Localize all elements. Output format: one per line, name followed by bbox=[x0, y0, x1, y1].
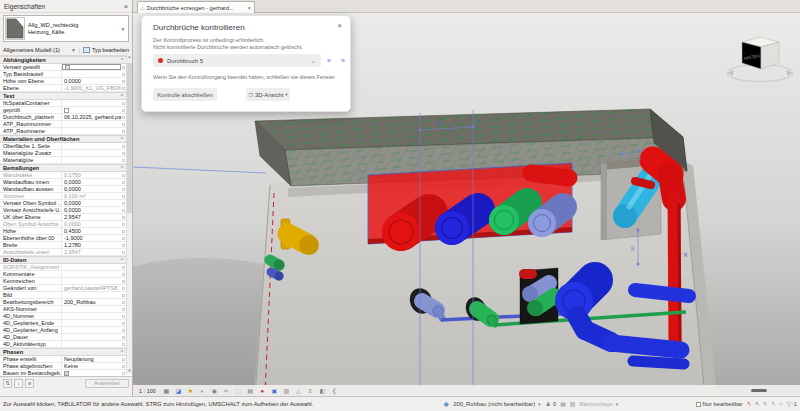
property-row[interactable]: UK über Ebene2,9547 bbox=[0, 214, 126, 221]
property-row[interactable]: ATP_Raumname bbox=[0, 128, 126, 135]
property-row[interactable]: SOFiSTiK_Assignment bbox=[0, 264, 126, 271]
property-row[interactable]: Materialgüte Zusatz bbox=[0, 150, 126, 157]
apply-button[interactable]: Anwenden bbox=[85, 379, 129, 388]
confirm-position-button[interactable]: Lage bestätigen bbox=[294, 88, 342, 101]
property-row[interactable]: Typ Basisbauteil bbox=[0, 71, 126, 78]
checkbox-icon[interactable] bbox=[65, 65, 70, 70]
property-row[interactable]: Phase abgebrochenKeine bbox=[0, 363, 126, 370]
filter-button[interactable]: ▽ :1 bbox=[787, 401, 797, 407]
filter-properties-icon[interactable]: ≡ bbox=[25, 379, 34, 388]
property-row[interactable]: 4D_Geplantes_Ende bbox=[0, 320, 126, 327]
scroll-down-icon[interactable]: ▼ bbox=[127, 367, 132, 374]
previous-button[interactable]: « bbox=[327, 57, 331, 64]
property-row[interactable]: Versatz gewollt bbox=[0, 64, 126, 71]
property-row[interactable]: Ansichtstiefe unten2,9547 bbox=[0, 249, 126, 256]
property-row[interactable]: Ebene-1,9000_K1_UG_FBOK bbox=[0, 85, 126, 92]
scrollbar-thumb[interactable] bbox=[127, 63, 132, 213]
panel-scrollbar[interactable]: ▲ ▼ bbox=[126, 53, 132, 374]
property-row[interactable]: Bearbeitungsbereich200_Rohbau bbox=[0, 299, 126, 306]
select-pinned-icon[interactable]: ↖ bbox=[763, 401, 768, 407]
section-header[interactable]: Bemaßungen^ bbox=[0, 164, 126, 172]
property-row[interactable]: Materialgüte bbox=[0, 157, 126, 164]
section-header[interactable]: ID-Daten^ bbox=[0, 256, 126, 264]
show-crop-icon[interactable]: ⬚ bbox=[234, 388, 243, 394]
property-row[interactable]: 4D_Dauer bbox=[0, 334, 126, 341]
pipe-red-horizontal[interactable] bbox=[531, 173, 569, 178]
constraints-icon[interactable]: ≡ bbox=[306, 388, 315, 394]
shadows-icon[interactable]: ◐ bbox=[198, 388, 207, 394]
property-row[interactable]: 4D_Nummer bbox=[0, 313, 126, 320]
category-select[interactable]: Allgemeines Modell (1) bbox=[3, 47, 71, 53]
property-row[interactable]: Bauen im Bestandsgeb...✓ bbox=[0, 370, 126, 377]
properties-close-icon[interactable]: × bbox=[124, 3, 128, 10]
property-row[interactable]: IfcSpatialContainer bbox=[0, 100, 126, 107]
scroll-up-icon[interactable]: ▲ bbox=[127, 53, 132, 60]
select-by-face-icon[interactable]: ↖ bbox=[771, 401, 776, 407]
temporary-hide-icon[interactable]: ▤ bbox=[246, 388, 255, 394]
sun-path-icon[interactable]: ★ bbox=[186, 388, 195, 394]
edit-type-icon bbox=[83, 47, 90, 53]
select-links-icon[interactable]: ↖ bbox=[747, 401, 752, 407]
property-row[interactable]: Breite1,2780 bbox=[0, 242, 126, 249]
property-row[interactable]: 4D_Geplanter_Anfang bbox=[0, 327, 126, 334]
hscrollbar-thumb[interactable] bbox=[751, 389, 767, 392]
design-options-icon[interactable]: ▤ bbox=[560, 401, 566, 407]
property-row[interactable]: Phase erstelltNeuplanung bbox=[0, 356, 126, 363]
select-underlay-icon[interactable]: ↖ bbox=[755, 401, 760, 407]
property-row[interactable]: Oberfläche 1. Seite bbox=[0, 143, 126, 150]
durchbruch-dropdown[interactable]: Durchbruch 5 ⌄ bbox=[153, 54, 321, 67]
checkbox-icon[interactable] bbox=[64, 108, 69, 113]
workset-select[interactable]: 200_Rohbau (nicht bearbeitbar) ▼ bbox=[453, 401, 541, 407]
property-row[interactable]: Versatz Oben Symbol ...0,0000 bbox=[0, 200, 126, 207]
property-row[interactable]: Wandstärke0,1750 bbox=[0, 172, 126, 179]
section-header[interactable]: Materialien und Oberflächen^ bbox=[0, 135, 126, 143]
category-chevron-icon[interactable]: ▼ bbox=[71, 47, 76, 53]
tab-close-icon[interactable]: × bbox=[247, 5, 251, 11]
sort-alpha-icon[interactable]: ↓ bbox=[14, 379, 23, 388]
finish-control-button[interactable]: Kontrolle abschließen bbox=[153, 88, 217, 101]
property-row[interactable]: Kennzeichen bbox=[0, 278, 126, 285]
editable-only-checkbox[interactable]: Nur bearbeitbar bbox=[696, 401, 743, 407]
property-row[interactable]: Versatz Ansichtstiefe U...0,0000 bbox=[0, 207, 126, 214]
analytical-model-icon[interactable]: △ bbox=[294, 388, 303, 394]
property-row[interactable]: Volumen0,100 m³ bbox=[0, 193, 126, 200]
property-row[interactable]: Bild bbox=[0, 292, 126, 299]
next-button[interactable]: » bbox=[341, 57, 345, 64]
type-chevron-down-icon[interactable]: ▼ bbox=[119, 26, 127, 32]
view-3d-button[interactable]: ❒ 3D-Ansicht ▾ bbox=[246, 88, 290, 101]
section-header[interactable]: Abhängigkeiten^ bbox=[0, 56, 126, 64]
expand-bar-icon[interactable]: ❮ bbox=[330, 388, 339, 394]
property-row[interactable]: Ebenenhöhe über 00-1,9000 bbox=[0, 235, 126, 242]
property-row[interactable]: Höhe0,4500 bbox=[0, 228, 126, 235]
section-header[interactable]: Phasen^ bbox=[0, 348, 126, 356]
crop-view-icon[interactable]: ✂ bbox=[222, 388, 231, 394]
edit-type-button[interactable]: Typ bearbeiten bbox=[79, 47, 129, 53]
scale-button[interactable]: 1 : 100 bbox=[136, 387, 159, 395]
render-icon[interactable]: ◉ bbox=[210, 388, 219, 394]
editing-requests-button[interactable]: ♟ 0 bbox=[546, 401, 557, 407]
active-view-tab[interactable]: ⌂ Durchbrüche erzeugen - gerhard... × bbox=[137, 1, 255, 13]
section-header[interactable]: Text^ bbox=[0, 92, 126, 100]
checkbox-icon[interactable]: ✓ bbox=[64, 371, 69, 376]
sort-icon[interactable]: ⇅ bbox=[3, 379, 12, 388]
property-row[interactable]: Kommentare bbox=[0, 271, 126, 278]
worksharing-display-icon[interactable]: ▣ bbox=[270, 388, 279, 394]
property-row[interactable]: Durchbruch_platziert06.10.2025, gerhard.… bbox=[0, 114, 126, 121]
property-row[interactable]: Höhe von Ebene0,0000 bbox=[0, 78, 126, 85]
property-row[interactable]: AKS-Nummer bbox=[0, 306, 126, 313]
property-row[interactable]: Geändert vongerhard.pawlat4PTS8 bbox=[0, 285, 126, 292]
type-selector[interactable]: Allg_WD_rechteckig Heizung_Kälte ▼ bbox=[3, 15, 129, 42]
temporary-view-icon[interactable]: ▥ bbox=[282, 388, 291, 394]
property-row[interactable]: Wandaufbau aussen0,0000 bbox=[0, 186, 126, 193]
visual-style-icon[interactable]: ◪ bbox=[174, 388, 183, 394]
reveal-hidden-icon[interactable]: ● bbox=[258, 388, 267, 394]
property-row[interactable]: 4D_Aktivitätentyp bbox=[0, 341, 126, 348]
property-row[interactable]: ATP_Raumnummer bbox=[0, 121, 126, 128]
property-row[interactable]: Wandaufbau innen0,0000 bbox=[0, 179, 126, 186]
property-row[interactable]: Oben Symbol Ansichts...0,0000 bbox=[0, 221, 126, 228]
dialog-close-icon[interactable]: × bbox=[337, 21, 342, 30]
uncropped-icon[interactable]: ◧ bbox=[318, 388, 327, 394]
crop-region-icon[interactable]: ▦ bbox=[162, 388, 171, 394]
property-row[interactable]: geprüft bbox=[0, 107, 126, 114]
drag-on-selection-icon[interactable]: ○ bbox=[779, 401, 783, 407]
